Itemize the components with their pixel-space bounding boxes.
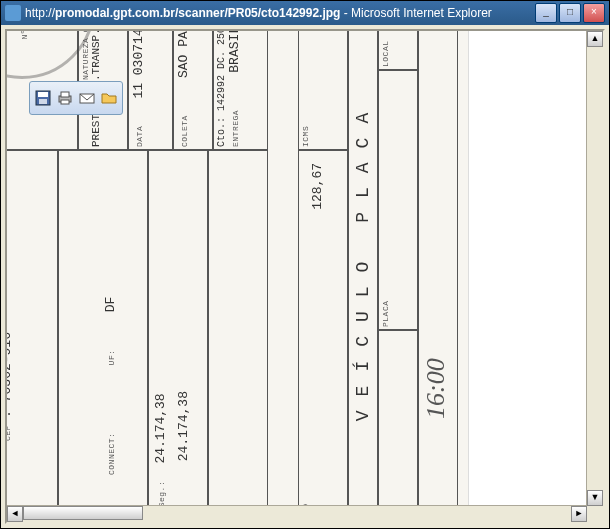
ie-icon [5,5,21,21]
peso-value: 13,00 [230,155,245,506]
base-label: BASE CÁLCULO [301,153,310,506]
window-buttons: _ □ × [535,3,605,23]
destinatario-box: PRESS BLOCO 1545 TERMINAL 11 CONNECT: UF… [58,150,148,506]
scroll-thumb[interactable] [23,506,143,520]
base-box: BASE CÁLCULO 128,67 [298,150,348,506]
icms-value: 5,15 [310,31,325,147]
entrega-box: Cto.: 142992 DC. 250714 ENTREGA BRASILIA [213,31,268,150]
image-toolbar[interactable] [29,81,123,115]
titlebar[interactable]: http://promodal.gpt.com.br/scanner/PR05/… [1,1,609,25]
coleta-label: COLETA [180,115,189,147]
email-icon[interactable] [78,89,96,107]
marca-box: MARCA [378,330,418,506]
icms-label: ICMS [301,31,310,147]
coleta-value: SAO PAULO [176,31,191,78]
coleta-box: COLETA SAO PAULO [173,31,213,150]
scroll-corner [587,506,603,522]
vertical-scrollbar[interactable]: ▲ ▼ [586,31,603,506]
dest-nome: PRESS [63,155,78,506]
url-host: promodal.gpt.com.br/scanner/PR05/cto1429… [55,6,340,20]
entrega-label: ENTREGA [231,110,240,147]
cubagem-label: CUBAGEM [213,155,222,506]
icms-box: ICMS 5,15 [298,31,348,150]
data-value: 11 030714 [131,31,146,99]
placa-box: PLACA [378,70,418,330]
veiculo-header: VEÍCULO PLACA [348,31,378,506]
folder-icon[interactable] [100,89,118,107]
marca-label: MARCA [381,333,390,506]
vlpef-value: 24.174,38 [153,393,168,463]
obs-box: OBS.: 0814 16:00 Pereira rlas [418,31,458,506]
entrega-value: BRASILIA [227,31,242,73]
connect-label: CONNECT: [107,433,116,475]
url-prefix: http:// [25,6,55,20]
horizontal-scrollbar[interactable]: ◄ ► [7,505,587,522]
ie-window: http://promodal.gpt.com.br/scanner/PR05/… [0,0,610,529]
valor-value: 24.174,38 [176,391,191,461]
svg-rect-1 [38,92,48,97]
svg-rect-4 [61,92,69,97]
remetente-box: CENTRO OESTE CELULAR PARTIC.S/A RA 509 B… [7,150,58,506]
minimize-button[interactable]: _ [535,3,557,23]
base-value: 128,67 [310,153,325,506]
svg-rect-5 [61,100,69,104]
uf2-value: DF [103,297,118,313]
scroll-left-button[interactable]: ◄ [7,506,23,522]
maximize-button[interactable]: □ [559,3,581,23]
veiculo-placa: VEÍCULO PLACA [353,99,373,421]
svg-rect-2 [39,99,47,104]
cubagem-box: CUBAGEM 13,00 ADO [208,150,268,506]
scroll-right-button[interactable]: ► [571,506,587,522]
data-label: DATA [135,126,144,147]
print-icon[interactable] [56,89,74,107]
window-title: http://promodal.gpt.com.br/scanner/PR05/… [25,6,535,20]
content-area: 2ª VIA - COMPROVANTE DE ENTREGA CONHECIM… [5,29,605,524]
app-name: - Microsoft Internet Explorer [340,6,491,20]
dest-end: BLOCO 1545 TERMINAL 11 [78,155,93,506]
cep-value: : 70302-916 [7,332,14,418]
local-box: LOCAL [378,31,418,70]
close-button[interactable]: × [583,3,605,23]
local-label: LOCAL [381,31,390,67]
data-box: DATA 11 030714 [128,31,173,150]
scroll-down-button[interactable]: ▼ [587,490,603,506]
placa-label: PLACA [381,73,390,327]
valores-box: Vl.p/ef. Seg.: 24.174,38 VALOR 24.174,38 [148,150,208,506]
cto-line: Cto.: 142992 DC. 250714 [216,31,227,147]
scroll-up-button[interactable]: ▲ [587,31,603,47]
uf2-label: UF: [107,349,116,365]
vlpef-label: Vl.p/ef. Seg.: [157,481,166,506]
cep-label: CEP [7,425,12,441]
hand-hora: 16:00 [421,358,451,419]
save-icon[interactable] [34,89,52,107]
